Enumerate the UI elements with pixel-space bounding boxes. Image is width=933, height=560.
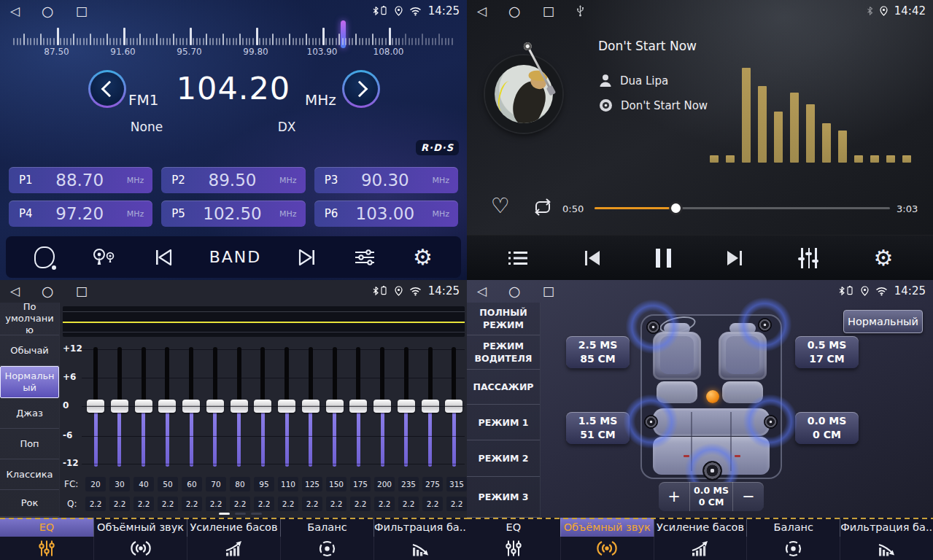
back-icon[interactable]: ◁ — [477, 0, 487, 22]
eq-band-slider[interactable] — [182, 346, 201, 470]
next-track-button[interactable] — [724, 249, 745, 268]
fc-value-chip[interactable]: 315 — [446, 477, 467, 491]
home-icon[interactable]: ○ — [42, 0, 54, 22]
tab-item[interactable]: Фильтрация ба... — [373, 518, 467, 560]
preset-button[interactable]: P390.30MHz — [314, 167, 458, 193]
q-value-chip[interactable]: 2.2 — [85, 497, 106, 511]
eq-band-slider[interactable] — [301, 346, 320, 470]
eq-preset-item[interactable]: Нормальный — [0, 366, 59, 398]
previous-track-button[interactable] — [582, 249, 603, 268]
tune-up-button[interactable] — [342, 70, 380, 108]
eq-preset-item[interactable]: Джаз — [0, 398, 59, 429]
eq-preset-item[interactable]: Рок — [0, 490, 59, 517]
fc-value-chip[interactable]: 125 — [302, 477, 322, 491]
eq-band-slider[interactable] — [325, 346, 344, 470]
tab-item[interactable]: Баланс — [280, 518, 373, 560]
listening-mode-item[interactable]: ПАССАЖИР — [467, 370, 540, 405]
rear-left-speaker-icon[interactable] — [644, 415, 658, 429]
q-value-chip[interactable]: 2.2 — [302, 497, 322, 511]
pause-button[interactable] — [656, 249, 671, 268]
eq-band-slider[interactable] — [444, 346, 463, 470]
eq-band-slider[interactable] — [134, 346, 153, 470]
q-value-chip[interactable]: 2.2 — [133, 497, 154, 511]
preset-button[interactable]: P6103.00MHz — [314, 201, 458, 227]
tab-item[interactable]: Объёмный звук — [560, 518, 654, 560]
home-icon[interactable]: ○ — [42, 280, 54, 302]
seek-bar-thumb[interactable] — [671, 203, 681, 213]
scan-button[interactable] — [34, 246, 55, 268]
listening-position-marker[interactable] — [706, 390, 719, 403]
preset-button[interactable]: P497.20MHz — [9, 201, 152, 227]
listening-mode-item[interactable]: ПОЛНЫЙ РЕЖИМ — [467, 303, 540, 335]
repeat-button[interactable] — [531, 198, 554, 217]
q-value-chip[interactable]: 2.2 — [109, 497, 130, 511]
tune-down-button[interactable] — [88, 70, 126, 108]
front-left-delay-button[interactable]: 2.5 MS 85 CM — [566, 336, 630, 368]
eq-band-slider[interactable] — [86, 346, 105, 470]
recents-icon[interactable]: □ — [76, 0, 88, 22]
seek-bar[interactable] — [595, 207, 890, 209]
q-value-chip[interactable]: 2.2 — [326, 497, 347, 511]
q-value-chip[interactable]: 2.2 — [230, 497, 250, 511]
back-icon[interactable]: ◁ — [10, 280, 20, 302]
fc-value-chip[interactable]: 40 — [133, 477, 154, 491]
q-value-chip[interactable]: 2.2 — [254, 497, 274, 511]
q-value-chip[interactable]: 2.2 — [446, 497, 467, 511]
eq-band-slider[interactable] — [421, 346, 440, 470]
eq-band-slider[interactable] — [349, 346, 368, 470]
fc-value-chip[interactable]: 175 — [350, 477, 371, 491]
recents-icon[interactable]: □ — [543, 0, 554, 22]
decrease-delay-button[interactable]: − — [733, 482, 764, 511]
rear-right-delay-button[interactable]: 0.0 MS 0 CM — [795, 412, 859, 444]
q-value-chip[interactable]: 2.2 — [422, 497, 443, 511]
eq-band-slider[interactable] — [397, 346, 416, 470]
fc-value-chip[interactable]: 200 — [374, 477, 395, 491]
favorite-button[interactable]: ♡ — [491, 195, 510, 217]
settings-gear-icon[interactable]: ⚙ — [873, 247, 893, 269]
fc-value-chip[interactable]: 80 — [230, 477, 250, 491]
subwoofer-icon[interactable] — [702, 461, 722, 481]
playlist-button[interactable] — [507, 249, 529, 267]
fc-value-chip[interactable]: 150 — [326, 477, 347, 491]
band-button[interactable]: BAND — [209, 248, 262, 266]
fc-value-chip[interactable]: 50 — [158, 477, 178, 491]
back-icon[interactable]: ◁ — [10, 0, 20, 22]
fc-value-chip[interactable]: 95 — [254, 477, 274, 491]
home-icon[interactable]: ○ — [508, 0, 521, 22]
eq-preset-item[interactable]: Обычай — [0, 335, 59, 366]
recents-icon[interactable]: □ — [543, 280, 554, 302]
front-left-speaker-icon[interactable] — [646, 320, 660, 334]
increase-delay-button[interactable]: + — [659, 482, 689, 511]
q-value-chip[interactable]: 2.2 — [206, 497, 226, 511]
seek-next-button[interactable] — [298, 249, 317, 266]
listening-mode-item[interactable]: РЕЖИМ ВОДИТЕЛЯ — [467, 335, 540, 370]
seek-previous-button[interactable] — [154, 249, 173, 266]
tab-item[interactable]: Усиление басов — [654, 518, 747, 560]
fc-value-chip[interactable]: 275 — [422, 477, 443, 491]
tab-item[interactable]: EQ — [467, 518, 560, 560]
q-value-chip[interactable]: 2.2 — [158, 497, 178, 511]
eq-band-slider[interactable] — [206, 346, 225, 470]
preset-button[interactable]: P5102.50MHz — [161, 201, 305, 227]
fc-value-chip[interactable]: 235 — [398, 477, 419, 491]
fc-value-chip[interactable]: 60 — [182, 477, 202, 491]
preset-button[interactable]: P289.50MHz — [161, 167, 305, 193]
tab-item[interactable]: Усиление басов — [187, 518, 280, 560]
audio-settings-button[interactable] — [353, 248, 376, 267]
preset-button[interactable]: P188.70MHz — [9, 167, 152, 193]
eq-band-slider[interactable] — [253, 346, 272, 470]
field-preset-button[interactable]: Нормальный — [843, 310, 923, 333]
fc-value-chip[interactable]: 30 — [109, 477, 130, 491]
eq-band-slider[interactable] — [373, 346, 392, 470]
settings-gear-icon[interactable]: ⚙ — [413, 246, 433, 268]
eq-band-slider[interactable] — [230, 346, 249, 470]
tab-item[interactable]: Объёмный звук — [93, 518, 187, 560]
fc-value-chip[interactable]: 20 — [85, 477, 106, 491]
fc-value-chip[interactable]: 70 — [206, 477, 226, 491]
recents-icon[interactable]: □ — [76, 280, 88, 302]
eq-preset-item[interactable]: Поп — [0, 429, 59, 459]
rear-right-speaker-icon[interactable] — [764, 415, 778, 429]
equalizer-button[interactable] — [798, 248, 820, 268]
eq-band-slider[interactable] — [277, 346, 296, 470]
album-art[interactable] — [485, 55, 562, 133]
